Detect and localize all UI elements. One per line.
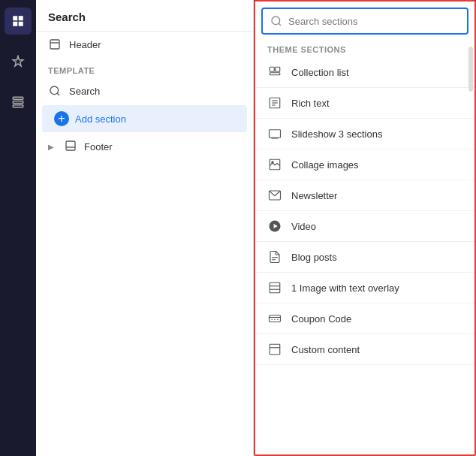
sidebar-item-header[interactable]: Header xyxy=(36,32,253,57)
chevron-icon: ▶ xyxy=(48,143,54,151)
sidebar-search-label: Search xyxy=(69,86,100,97)
section-list: Collection list Rich text Slideshow 3 se… xyxy=(255,57,474,454)
footer-section-icon xyxy=(65,140,77,154)
section-search-input[interactable] xyxy=(288,16,459,27)
section-search-box[interactable] xyxy=(261,8,468,35)
collection-list-icon xyxy=(267,65,282,80)
svg-rect-32 xyxy=(270,282,280,293)
blog-posts-icon xyxy=(267,249,282,264)
svg-rect-1 xyxy=(19,16,23,20)
image-overlay-icon xyxy=(267,280,282,295)
svg-rect-16 xyxy=(276,67,280,71)
section-label: Collage images xyxy=(291,159,359,171)
section-label: Rich text xyxy=(291,98,330,109)
coupon-code-icon xyxy=(267,311,282,326)
section-label: Newsletter xyxy=(291,190,337,201)
add-section-label: Add section xyxy=(75,113,126,125)
section-label: Video xyxy=(291,221,316,232)
svg-rect-2 xyxy=(13,22,17,26)
layers-nav-icon[interactable] xyxy=(5,89,32,116)
svg-point-13 xyxy=(272,17,280,25)
list-item[interactable]: Slideshow 3 sections xyxy=(255,119,474,149)
slideshow-icon xyxy=(267,126,282,141)
svg-rect-35 xyxy=(270,316,281,322)
section-label: Blog posts xyxy=(291,252,337,263)
add-section-button[interactable]: + Add section xyxy=(42,105,247,132)
svg-rect-40 xyxy=(270,344,280,355)
svg-rect-15 xyxy=(270,67,274,71)
svg-rect-3 xyxy=(19,22,23,26)
svg-rect-0 xyxy=(13,16,17,20)
list-item[interactable]: Blog posts xyxy=(255,242,474,273)
sidebar-header-label: Header xyxy=(69,39,101,50)
collage-images-icon xyxy=(267,157,282,172)
template-label: TEMPLATE xyxy=(36,57,253,78)
section-label: 1 Image with text overlay xyxy=(291,282,399,294)
list-item[interactable]: Coupon Code xyxy=(255,303,474,334)
header-section-icon xyxy=(48,38,62,51)
svg-line-14 xyxy=(279,23,281,26)
section-label: Collection list xyxy=(291,67,349,78)
grid-nav-icon[interactable] xyxy=(5,8,32,35)
sidebar-footer-label: Footer xyxy=(84,141,113,153)
pin-nav-icon[interactable] xyxy=(5,48,32,75)
list-item[interactable]: Custom content xyxy=(255,334,474,365)
sidebar-item-search[interactable]: Search xyxy=(36,78,253,104)
list-item[interactable]: Rich text xyxy=(255,88,474,119)
svg-rect-11 xyxy=(66,141,75,150)
video-icon xyxy=(267,219,282,234)
newsletter-icon xyxy=(267,188,282,203)
svg-rect-4 xyxy=(13,97,23,99)
svg-rect-7 xyxy=(50,40,59,49)
sidebar-title: Search xyxy=(36,0,253,32)
sidebar-item-footer[interactable]: ▶ Footer xyxy=(36,134,253,160)
svg-line-10 xyxy=(57,93,59,95)
section-label: Coupon Code xyxy=(291,313,351,325)
svg-point-9 xyxy=(50,86,59,95)
list-item[interactable]: Newsletter xyxy=(255,180,474,211)
icon-bar xyxy=(0,0,36,456)
sidebar: Search Header TEMPLATE Search + Add sect… xyxy=(36,0,254,456)
list-item[interactable]: Collection list xyxy=(255,57,474,88)
main-content: marouane-demo-sto THEME SECTIONS Collect… xyxy=(254,0,476,456)
section-label: Slideshow 3 sections xyxy=(291,128,382,140)
theme-sections-label: THEME SECTIONS xyxy=(255,41,474,57)
svg-point-26 xyxy=(272,162,273,163)
list-item[interactable]: Video xyxy=(255,211,474,242)
add-section-dropdown: THEME SECTIONS Collection list Rich text xyxy=(254,0,476,456)
plus-circle-icon: + xyxy=(54,111,69,126)
rich-text-icon xyxy=(267,95,282,110)
custom-content-icon xyxy=(267,342,282,357)
scrollbar[interactable] xyxy=(468,47,473,92)
search-input-icon xyxy=(270,15,282,27)
svg-rect-22 xyxy=(270,130,281,138)
list-item[interactable]: Collage images xyxy=(255,149,474,180)
list-item[interactable]: 1 Image with text overlay xyxy=(255,273,474,303)
svg-rect-5 xyxy=(13,101,23,104)
section-label: Custom content xyxy=(291,344,360,355)
search-section-icon xyxy=(48,84,62,98)
svg-rect-17 xyxy=(270,73,280,75)
svg-rect-6 xyxy=(13,105,23,107)
